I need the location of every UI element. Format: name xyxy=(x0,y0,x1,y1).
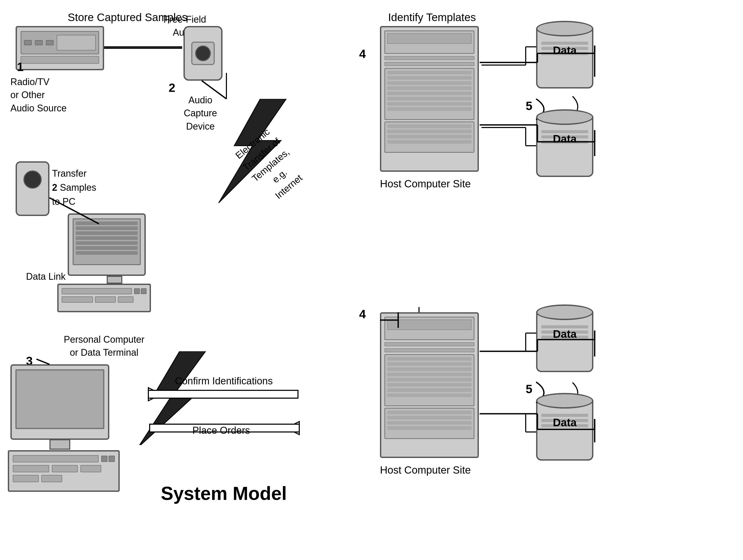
confirm-identifications-arrow xyxy=(146,385,302,403)
diagram-container: Store Captured Samples 1 Radio/TVor Othe… xyxy=(0,0,743,560)
data-cylinder-top-1: Data xyxy=(536,21,594,94)
transfer-samples-label: Transfer2 Samplesto PC xyxy=(52,167,125,209)
data-cylinder-bot-1: Data xyxy=(536,304,594,377)
data-cylinder-bot-2: Data xyxy=(536,393,594,466)
confirm-identifications-label: Confirm Identifications xyxy=(172,375,276,387)
system-model-label: System Model xyxy=(146,481,302,506)
personal-computer xyxy=(57,213,151,328)
host-computer-bottom xyxy=(380,312,479,458)
data-link-label: Data Link xyxy=(26,271,65,283)
data-cylinder-top-2: Data xyxy=(536,109,594,182)
host-computer-top xyxy=(380,26,479,172)
workstation-monitor xyxy=(10,364,109,440)
svg-line-47 xyxy=(36,359,49,364)
svg-rect-19 xyxy=(148,390,298,398)
identify-templates-label: Identify Templates xyxy=(377,10,487,25)
radio-tv-label: Radio/TVor OtherAudio Source xyxy=(10,76,88,115)
audio-capture-device-top xyxy=(180,26,226,91)
host-computer-site-bottom-label: Host Computer Site xyxy=(380,463,479,477)
number-4-bottom-badge: 4 xyxy=(359,307,366,321)
number-5-top-badge: 5 xyxy=(526,99,532,113)
data-label-top-1: Data xyxy=(536,44,594,57)
data-label-bot-2: Data xyxy=(536,416,594,429)
data-label-bot-1: Data xyxy=(536,328,594,340)
host-computer-site-top-label: Host Computer Site xyxy=(380,177,479,190)
number-1-badge: 1 xyxy=(17,60,24,74)
data-label-top-2: Data xyxy=(536,133,594,145)
number-2-top-badge: 2 xyxy=(169,81,175,95)
handheld-device-mid xyxy=(15,161,49,216)
number-4-top-badge: 4 xyxy=(359,47,366,61)
place-orders-label: Place Orders xyxy=(182,424,260,437)
workstation-stand xyxy=(49,439,70,450)
workstation-base xyxy=(8,450,120,492)
radio-tv-device xyxy=(15,26,104,70)
number-5-bottom-badge: 5 xyxy=(526,382,532,396)
